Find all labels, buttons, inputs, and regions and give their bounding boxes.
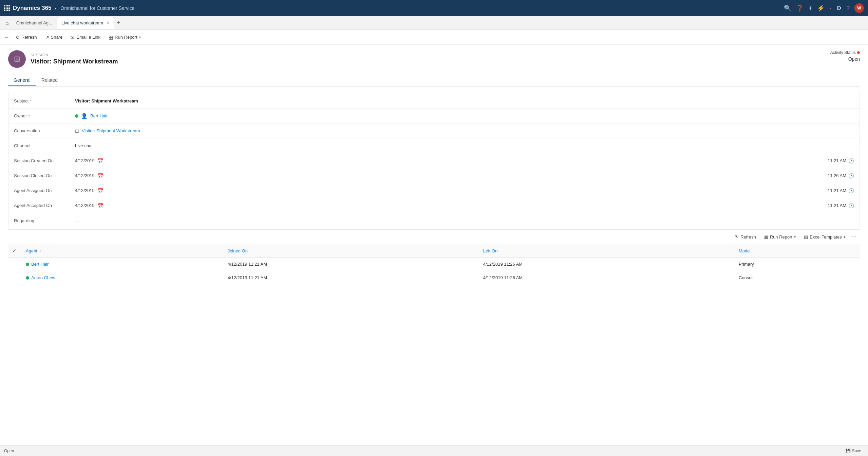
email-link-label: Email a Link bbox=[76, 35, 100, 40]
session-created-row: Session Created On 4/12/2019 📅 11:21 AM … bbox=[8, 153, 860, 168]
col-agent-header[interactable]: Agent ↑ bbox=[22, 244, 224, 258]
col-left-header[interactable]: Left On bbox=[479, 244, 735, 258]
form-tabs: General Related bbox=[8, 75, 860, 87]
activity-status-dot bbox=[857, 51, 860, 54]
row-bert-agent: Bert Hair bbox=[22, 258, 224, 271]
owner-online-indicator bbox=[75, 114, 78, 118]
select-all-checkbox[interactable]: ✓ bbox=[12, 248, 17, 253]
home-tab-icon[interactable]: ⌂ bbox=[3, 20, 12, 26]
apps-icon[interactable] bbox=[4, 5, 10, 11]
tab-livechat-label: Live chat workstream bbox=[61, 20, 103, 25]
subject-value[interactable]: Visitor: Shipment Workstream bbox=[75, 98, 854, 103]
tab-omnichannel[interactable]: Omnichannel Ag... bbox=[12, 17, 56, 29]
agent-accepted-clock-icon[interactable]: 🕐 bbox=[848, 203, 854, 208]
record-header: ⊞ SESSION Visitor: Shipment Workstream A… bbox=[8, 50, 860, 68]
refresh-label: Refresh bbox=[21, 35, 37, 40]
agent-accepted-time: 11:21 AM bbox=[828, 203, 846, 208]
run-report-button[interactable]: ▦ Run Report ▾ bbox=[105, 33, 144, 42]
row-bert-left: 4/12/2019 11:26 AM bbox=[479, 258, 735, 271]
agent-assigned-time: 11:21 AM bbox=[828, 188, 846, 193]
session-created-calendar-icon[interactable]: 📅 bbox=[97, 158, 103, 164]
share-icon: ↗ bbox=[45, 35, 49, 40]
anton-online-indicator bbox=[26, 276, 29, 280]
anton-agent-link[interactable]: Anton Chew bbox=[31, 275, 55, 280]
run-report-label: Run Report bbox=[115, 35, 137, 40]
row-anton-check[interactable] bbox=[8, 271, 22, 285]
search-icon[interactable]: 🔍 bbox=[784, 4, 791, 12]
sub-excel-chevron: ▾ bbox=[844, 235, 845, 239]
owner-value: 👤 Bert Hair bbox=[75, 113, 854, 119]
session-closed-clock-icon[interactable]: 🕐 bbox=[848, 173, 854, 178]
col-mode-header[interactable]: Mode bbox=[735, 244, 860, 258]
sub-refresh-button[interactable]: ↻ Refresh bbox=[732, 233, 759, 241]
session-closed-label: Session Closed On bbox=[14, 173, 75, 178]
agent-assigned-label: Agent Assigned On bbox=[14, 188, 75, 193]
sub-excel-label: Excel Templates bbox=[810, 234, 842, 240]
conversation-icon: ⊡ bbox=[75, 128, 79, 134]
regarding-value[interactable]: --- bbox=[75, 218, 854, 223]
owner-user-icon: 👤 bbox=[81, 113, 88, 119]
agent-assigned-clock-icon[interactable]: 🕐 bbox=[848, 188, 854, 193]
session-closed-time: 11:26 AM bbox=[828, 173, 846, 178]
sub-excel-templates-button[interactable]: ▤ Excel Templates ▾ bbox=[800, 233, 848, 241]
tab-close-icon[interactable]: ✕ bbox=[107, 21, 110, 25]
session-created-time: 11:21 AM bbox=[828, 158, 846, 163]
sub-toolbar: ↻ Refresh ▦ Run Report ▾ ▤ Excel Templat… bbox=[8, 230, 860, 244]
tab-omnichannel-label: Omnichannel Ag... bbox=[16, 20, 52, 25]
filter-icon[interactable]: ⚡ bbox=[817, 4, 825, 12]
agent-assigned-value: 4/12/2019 📅 11:21 AM 🕐 bbox=[75, 188, 854, 193]
row-anton-agent: Anton Chew bbox=[22, 271, 224, 285]
conversation-link[interactable]: Visitor: Shipment Workstream bbox=[82, 128, 140, 133]
col-check-header[interactable]: ✓ bbox=[8, 244, 22, 258]
sub-refresh-label: Refresh bbox=[740, 234, 756, 240]
tab-general[interactable]: General bbox=[8, 75, 36, 86]
user-avatar[interactable]: W bbox=[854, 3, 864, 13]
agent-accepted-calendar-icon[interactable]: 📅 bbox=[97, 203, 103, 208]
record-section-label: SESSION bbox=[31, 53, 118, 57]
sub-more-button[interactable]: ··· bbox=[850, 232, 858, 241]
refresh-button[interactable]: ↻ Refresh bbox=[12, 33, 40, 42]
settings-icon[interactable]: ⚙ bbox=[836, 4, 842, 12]
conversation-label: Conversation bbox=[14, 128, 75, 133]
row-bert-joined: 4/12/2019 11:21 AM bbox=[224, 258, 479, 271]
back-button[interactable]: ← bbox=[4, 34, 10, 40]
owner-required-star: * bbox=[28, 114, 30, 118]
record-icon-symbol: ⊞ bbox=[14, 55, 20, 63]
agent-accepted-value: 4/12/2019 📅 11:21 AM 🕐 bbox=[75, 203, 854, 208]
conversation-row: Conversation ⊡ Visitor: Shipment Workstr… bbox=[8, 124, 860, 138]
app-subtitle: Omnichannel for Customer Service bbox=[60, 5, 134, 11]
record-title: Visitor: Shipment Workstream bbox=[31, 58, 118, 65]
share-label: Share bbox=[51, 35, 63, 40]
session-closed-calendar-icon[interactable]: 📅 bbox=[97, 173, 103, 178]
row-bert-check[interactable] bbox=[8, 258, 22, 271]
row-bert-mode: Primary bbox=[735, 258, 860, 271]
sub-run-report-icon: ▦ bbox=[764, 234, 768, 240]
col-joined-header[interactable]: Joined On bbox=[224, 244, 479, 258]
agent-assigned-calendar-icon[interactable]: 📅 bbox=[97, 188, 103, 193]
table-row: Bert Hair 4/12/2019 11:21 AM 4/12/2019 1… bbox=[8, 258, 860, 271]
tab-related[interactable]: Related bbox=[36, 75, 63, 86]
row-anton-left: 4/12/2019 11:26 AM bbox=[479, 271, 735, 285]
add-icon[interactable]: + bbox=[808, 4, 812, 12]
regarding-label: Regarding bbox=[14, 218, 75, 223]
subject-row: Subject * Visitor: Shipment Workstream bbox=[8, 94, 860, 109]
agent-accepted-label: Agent Accepted On bbox=[14, 203, 75, 208]
help-icon[interactable]: ? bbox=[846, 5, 850, 12]
agent-accepted-row: Agent Accepted On 4/12/2019 📅 11:21 AM 🕐 bbox=[8, 198, 860, 213]
app-name[interactable]: Dynamics 365 bbox=[13, 5, 51, 12]
status-dot-icon[interactable]: ● bbox=[829, 6, 831, 10]
owner-link[interactable]: Bert Hair bbox=[90, 113, 108, 118]
session-created-clock-icon[interactable]: 🕐 bbox=[848, 158, 854, 164]
app-name-chevron[interactable]: ▾ bbox=[55, 6, 56, 10]
share-button[interactable]: ↗ Share bbox=[42, 33, 66, 42]
sub-refresh-icon: ↻ bbox=[735, 234, 739, 240]
tab-add-button[interactable]: + bbox=[115, 19, 122, 26]
help-circle-icon[interactable]: ❓ bbox=[796, 4, 804, 12]
agent-accepted-date: 4/12/2019 bbox=[75, 203, 95, 208]
email-link-button[interactable]: ✉ Email a Link bbox=[67, 33, 104, 42]
run-report-icon: ▦ bbox=[109, 35, 113, 40]
bert-agent-link[interactable]: Bert Hair bbox=[31, 262, 49, 267]
activity-status-value: Open bbox=[830, 56, 860, 62]
tab-livechat[interactable]: Live chat workstream ✕ bbox=[57, 17, 114, 29]
sub-run-report-button[interactable]: ▦ Run Report ▾ bbox=[761, 233, 799, 241]
